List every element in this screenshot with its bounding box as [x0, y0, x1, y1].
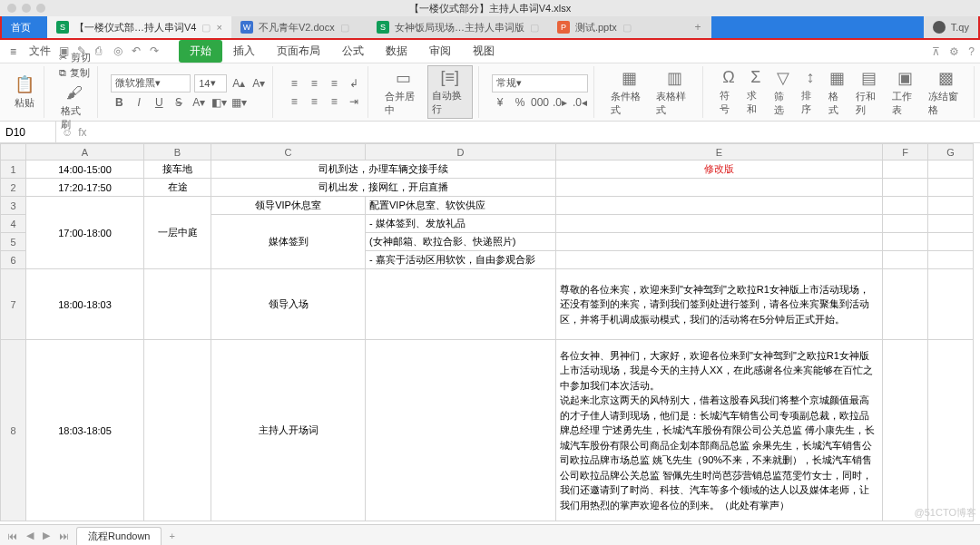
cell[interactable]	[556, 215, 883, 233]
font-name-select[interactable]: 微软雅黑 ▾	[111, 74, 191, 92]
cell[interactable]	[928, 161, 974, 179]
menu-tab-review[interactable]: 审阅	[418, 40, 462, 63]
font-size-select[interactable]: 14 ▾	[194, 74, 227, 92]
cell[interactable]: 各位女神、男神们，大家好，欢迎各位来到"女神驾到"之欧拉R1女神版上市活动现场，…	[556, 340, 883, 521]
cell[interactable]: - 嘉宾于活动区用软饮，自由参观合影	[366, 251, 556, 269]
freeze-button[interactable]: ▩冻结窗格	[925, 66, 968, 119]
cell[interactable]: 17:20-17:50	[26, 179, 144, 197]
currency-icon[interactable]: ¥	[492, 94, 508, 111]
cell[interactable]: 尊敬的各位来宾，欢迎来到"女神驾到"之欧拉R1女神版上市活动现场，还没有签到的来…	[556, 269, 883, 340]
sort-button[interactable]: ↕排序	[798, 66, 823, 118]
cell[interactable]	[883, 251, 928, 269]
tab-document-0[interactable]: S 【一楼仪式部…持人串词V4 ▢ ×	[47, 16, 231, 38]
row-header[interactable]: 2	[1, 179, 26, 197]
tab-home[interactable]: 首页	[2, 16, 47, 38]
select-all-corner[interactable]	[1, 144, 26, 161]
cell[interactable]: 14:00-15:00	[26, 161, 144, 179]
row-header[interactable]: 3	[1, 197, 26, 215]
row-header[interactable]: 6	[1, 251, 26, 269]
file-menu[interactable]: 文件	[24, 41, 55, 62]
user-area[interactable]: T.qy	[924, 16, 978, 38]
cell[interactable]	[883, 269, 928, 340]
cell[interactable]	[928, 233, 974, 251]
decrease-font-icon[interactable]: A▾	[250, 75, 267, 92]
cell[interactable]	[556, 233, 883, 251]
worksheet-button[interactable]: ▣工作表	[888, 66, 923, 119]
paste-button[interactable]: 📋粘贴	[11, 73, 38, 112]
cell[interactable]: 司机到达，办理车辆交接手续	[211, 161, 556, 179]
merge-center-button[interactable]: ▭合并居中	[381, 66, 425, 119]
cell[interactable]	[883, 197, 928, 215]
align-bottom-icon[interactable]: ≡	[326, 75, 342, 92]
cell[interactable]	[556, 251, 883, 269]
cell[interactable]	[928, 251, 974, 269]
cell[interactable]: 配置VIP休息室、软饮供应	[366, 197, 556, 215]
border-button[interactable]: ▦▾	[230, 94, 247, 111]
copy-button[interactable]: ⧉复制	[59, 66, 91, 80]
cell[interactable]	[928, 215, 974, 233]
cell[interactable]	[144, 340, 211, 521]
menu-tab-start[interactable]: 开始	[179, 40, 222, 63]
underline-button[interactable]: U	[151, 94, 167, 111]
decimal-dec-icon[interactable]: .0◂	[572, 94, 588, 111]
bold-button[interactable]: B	[111, 94, 127, 111]
sheet-nav-next-icon[interactable]: ▶	[41, 530, 52, 541]
cell[interactable]	[366, 340, 556, 521]
cell[interactable]: 接车地	[144, 161, 211, 179]
cell[interactable]	[556, 197, 883, 215]
cell[interactable]	[928, 269, 974, 340]
italic-button[interactable]: I	[131, 94, 147, 111]
cell[interactable]	[883, 340, 928, 521]
spreadsheet-grid[interactable]: A B C D E F G 1 14:00-15:00 接车地 司机到达，办理车…	[0, 143, 980, 524]
menu-tab-formula[interactable]: 公式	[331, 40, 375, 63]
minimize-ribbon-icon[interactable]: ⊼	[932, 45, 940, 58]
col-header[interactable]: C	[211, 144, 366, 161]
increase-font-icon[interactable]: A▴	[230, 75, 247, 92]
cell[interactable]: 媒体签到	[211, 215, 366, 269]
cell[interactable]: 司机出发，接网红，开启直播	[211, 179, 556, 197]
row-header[interactable]: 4	[1, 215, 26, 233]
number-format-select[interactable]: 常规 ▾	[492, 74, 588, 92]
wrap-icon[interactable]: ↲	[346, 75, 362, 92]
row-header[interactable]: 1	[1, 161, 26, 179]
popout-icon[interactable]: ▢	[340, 22, 349, 34]
cell[interactable]	[144, 269, 211, 340]
popout-icon[interactable]: ▢	[622, 22, 632, 34]
row-header[interactable]: 7	[1, 269, 26, 340]
comma-icon[interactable]: 000	[532, 94, 548, 111]
tab-document-1[interactable]: W 不凡青年V2.docx ▢	[231, 16, 368, 38]
popout-icon[interactable]: ▢	[530, 22, 539, 34]
cell[interactable]: 在途	[144, 179, 211, 197]
cell[interactable]: 18:03-18:05	[26, 340, 144, 521]
add-sheet-button[interactable]: +	[167, 530, 176, 541]
settings-icon[interactable]: ⚙	[949, 45, 959, 58]
menu-tab-layout[interactable]: 页面布局	[266, 40, 331, 63]
cell[interactable]	[556, 179, 883, 197]
cell[interactable]	[366, 269, 556, 340]
help-icon[interactable]: ?	[968, 45, 975, 58]
format-button[interactable]: ▦格式	[825, 66, 850, 119]
menu-tab-view[interactable]: 视图	[462, 40, 505, 63]
fx-icon[interactable]: ☺	[62, 126, 73, 139]
sum-button[interactable]: Σ求和	[743, 66, 769, 118]
app-menu-icon[interactable]: ≡	[5, 43, 21, 61]
cond-format-button[interactable]: ▦条件格式	[607, 66, 651, 119]
print-icon[interactable]: ⎙	[95, 44, 110, 59]
table-style-button[interactable]: ▥表格样式	[652, 66, 696, 119]
row-header[interactable]: 5	[1, 233, 26, 251]
cell[interactable]	[928, 340, 974, 521]
sheet-nav-prev-icon[interactable]: ◀	[24, 530, 35, 541]
col-header[interactable]: D	[366, 144, 556, 161]
cell[interactable]: 18:00-18:03	[26, 269, 144, 340]
percent-icon[interactable]: %	[512, 94, 528, 111]
cut-button[interactable]: ✂剪切	[59, 51, 91, 64]
tab-document-3[interactable]: P 测试.pptx ▢	[548, 16, 684, 38]
fill-color-button[interactable]: ◧▾	[211, 94, 227, 111]
filter-button[interactable]: ▽筛选	[770, 66, 796, 119]
align-middle-icon[interactable]: ≡	[306, 75, 322, 92]
tab-document-2[interactable]: S 女神饭局现场…主持人串词版 ▢	[368, 16, 548, 38]
cell[interactable]: (女神邮箱、欧拉合影、快递照片)	[366, 233, 556, 251]
align-top-icon[interactable]: ≡	[286, 75, 302, 92]
align-center-icon[interactable]: ≡	[306, 93, 322, 110]
cell[interactable]	[883, 215, 928, 233]
